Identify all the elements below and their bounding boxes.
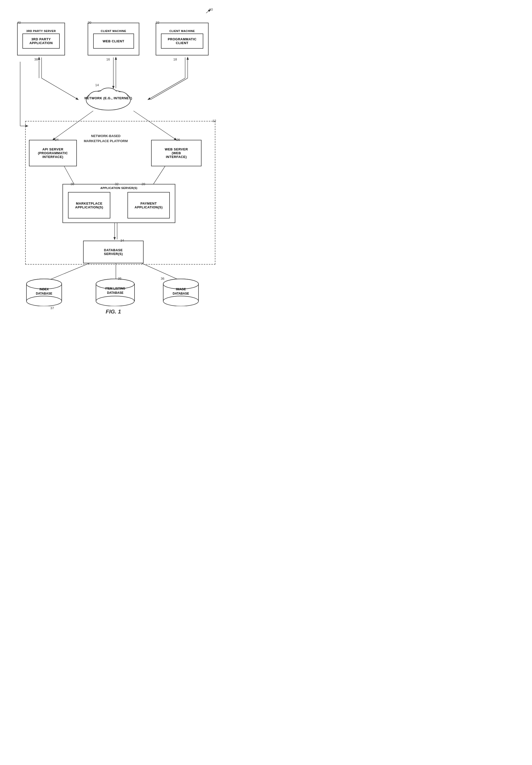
third-party-server-outer-label: 3RD PARTY SERVER	[26, 29, 56, 33]
web-client-label: WEB CLIENT	[103, 39, 125, 43]
ref-10: 10	[209, 8, 213, 11]
svg-point-41	[96, 296, 134, 306]
figure-label: FIG. 1	[106, 309, 121, 315]
web-server-label: WEB SERVER(WEBINTERFACE)	[165, 147, 188, 159]
app-servers-label: APPLICATION SERVER(S)	[101, 187, 138, 190]
ref-37: 37	[50, 306, 54, 310]
database-server-label: DATABASESERVER(S)	[104, 248, 123, 256]
third-party-app-box: 3RD PARTYAPPLICATION	[22, 34, 60, 49]
ref-24: 24	[55, 138, 58, 142]
marketplace-app-label: MARKETPLACEAPPLICATION(S)	[75, 202, 103, 209]
app-servers-box: APPLICATION SERVER(S) MARKETPLACEAPPLICA…	[63, 184, 175, 223]
ref-28: 28	[142, 182, 145, 186]
ref-32: 32	[115, 182, 118, 186]
svg-line-4	[42, 78, 78, 100]
image-db-cylinder: IMAGEDATABASE	[161, 279, 201, 306]
ref-40: 40	[17, 21, 21, 24]
ref-14: 14	[95, 83, 99, 87]
web-server-box: WEB SERVER(WEBINTERFACE)	[151, 140, 202, 166]
marketplace-app-box: MARKETPLACEAPPLICATION(S)	[68, 192, 110, 219]
network-cloud: NETWORK (E.G., INTERNET)	[83, 84, 134, 112]
database-server-box: DATABASESERVER(S)	[83, 241, 144, 263]
web-client-box: WEB CLIENT	[93, 34, 134, 49]
payment-app-label: PAYMENTAPPLICATION(S)	[135, 202, 163, 209]
ref-35: 35	[118, 277, 121, 281]
payment-app-box: PAYMENTAPPLICATION(S)	[128, 192, 170, 219]
client-machine-prog-outer-label: CLIENT MACHINE	[169, 29, 195, 33]
ref-16: 16	[106, 57, 110, 61]
ref-26: 26	[176, 138, 180, 142]
third-party-app-label: 3RD PARTYAPPLICATION	[29, 37, 53, 45]
client-machine-web-box: CLIENT MACHINE WEB CLIENT	[88, 23, 139, 55]
client-machine-prog-box: CLIENT MACHINE PROGRAMMATICCLIENT	[156, 23, 209, 55]
item-listing-db-label: ITEM LISTINGDATABASE	[93, 287, 137, 295]
ref-34: 34	[120, 239, 124, 243]
programmatic-client-box: PROGRAMMATICCLIENT	[161, 34, 203, 49]
svg-point-35	[26, 296, 62, 306]
programmatic-client-label: PROGRAMMATICCLIENT	[168, 37, 197, 45]
svg-point-47	[163, 296, 199, 306]
ref-30: 30	[71, 182, 74, 186]
svg-line-9	[148, 78, 185, 100]
index-db-cylinder: INDEXDATABASE	[24, 279, 64, 306]
marketplace-platform-label: NETWORK-BASEDMARKETPLACE PLATFORM	[71, 134, 141, 143]
ref-36: 36	[161, 277, 164, 281]
ref-38: 38	[34, 57, 38, 61]
ref-22: 22	[156, 21, 159, 24]
third-party-server-box: 3RD PARTY SERVER 3RD PARTYAPPLICATION	[17, 23, 65, 55]
image-db-label: IMAGEDATABASE	[161, 287, 201, 296]
network-label: NETWORK (E.G., INTERNET)	[84, 96, 132, 101]
ref-12: 12	[213, 119, 216, 123]
api-server-box: API SERVER(PROGRAMMATICINTERFACE)	[29, 140, 77, 166]
item-listing-db-cylinder: ITEM LISTINGDATABASE	[93, 279, 137, 306]
ref-18: 18	[173, 57, 177, 61]
diagram: 10 3RD PARTY SERVER 3RD PARTYAPPLICATION…	[0, 0, 227, 318]
index-db-label: INDEXDATABASE	[24, 287, 64, 296]
api-server-label: API SERVER(PROGRAMMATICINTERFACE)	[38, 147, 68, 159]
ref-20: 20	[88, 21, 91, 24]
svg-line-11	[151, 78, 188, 100]
client-machine-web-outer-label: CLIENT MACHINE	[101, 29, 126, 33]
